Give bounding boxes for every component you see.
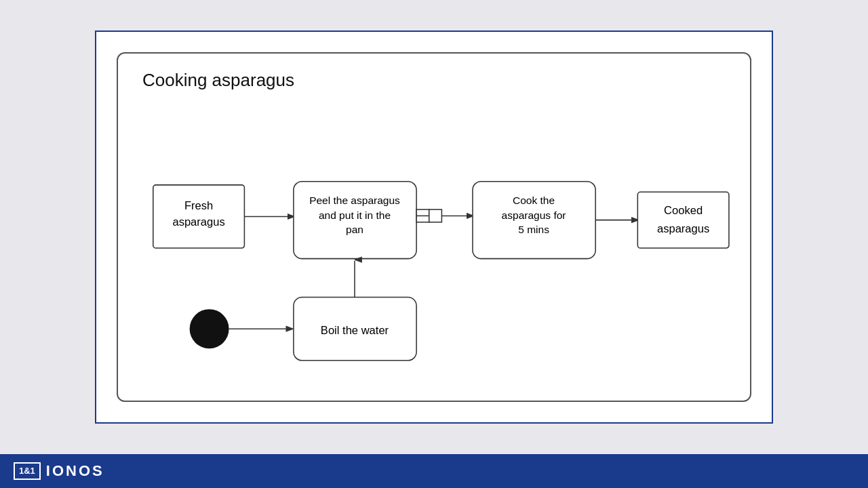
bottom-bar: 1&1 IONOS	[0, 454, 868, 488]
svg-rect-9	[637, 192, 729, 248]
boil-label: Boil the water	[321, 324, 389, 337]
outer-frame: Cooking asparagus Fresh asparagus Peel t…	[95, 30, 773, 424]
diagram-svg: Fresh asparagus Peel the asparagus and p…	[118, 54, 750, 401]
cooked-label1: Cooked	[664, 204, 703, 217]
logo-container: 1&1 IONOS	[14, 462, 104, 480]
fresh-asparagus-label: Fresh	[184, 199, 213, 212]
cook-label1: Cook the	[513, 195, 555, 206]
start-node	[190, 309, 229, 348]
main-area: Cooking asparagus Fresh asparagus Peel t…	[0, 0, 868, 454]
cook-label2: asparagus for	[502, 209, 566, 221]
peel-label1: Peel the asparagus	[309, 195, 400, 206]
cooked-label2: asparagus	[657, 222, 709, 235]
peel-label2: and put it in the	[319, 209, 391, 221]
inner-frame: Cooking asparagus Fresh asparagus Peel t…	[117, 52, 751, 402]
cook-label3: 5 mins	[518, 224, 549, 235]
peel-label3: pan	[346, 224, 363, 235]
svg-rect-6	[429, 209, 442, 222]
logo-box: 1&1	[14, 462, 41, 480]
diagram-title: Cooking asparagus	[142, 70, 294, 91]
logo-brand: IONOS	[46, 462, 104, 480]
fresh-asparagus-label2: asparagus	[172, 216, 224, 228]
